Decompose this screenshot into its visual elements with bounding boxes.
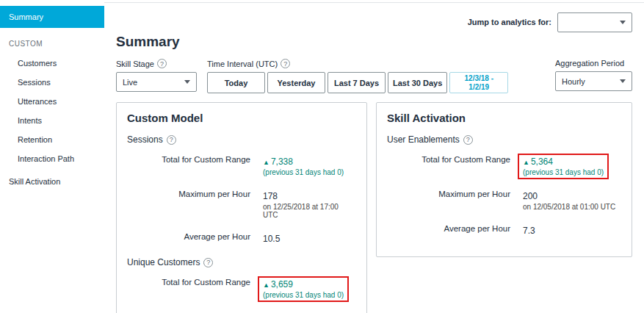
- aggregation-group: Aggregation Period Hourly: [555, 59, 632, 91]
- metric-value: 10.5: [263, 234, 280, 244]
- filters-bar: Skill Stage ? Live Time Interval (UTC) ?…: [116, 59, 632, 93]
- sidebar-item-skill-activation[interactable]: Skill Activation: [0, 168, 104, 191]
- time-interval-label: Time Interval (UTC) ?: [207, 59, 508, 68]
- metric-value: 7,338: [271, 156, 293, 167]
- chevron-down-icon: [620, 79, 626, 83]
- today-button[interactable]: Today: [207, 72, 265, 93]
- metric-value: 5,364: [531, 156, 553, 167]
- metric-label: Average per Hour: [387, 223, 510, 233]
- user-enablements-section-title: User Enablements ?: [387, 134, 621, 145]
- skill-stage-label: Skill Stage ?: [116, 59, 197, 68]
- sidebar-section-custom: CUSTOM: [0, 28, 104, 54]
- metric-row: Total for Custom Range ▲7,338 (previous …: [127, 154, 356, 179]
- help-icon[interactable]: ?: [281, 59, 290, 68]
- section-title-text: Sessions: [127, 134, 163, 145]
- metric-value: 7.3: [523, 226, 535, 236]
- sidebar-item-sessions[interactable]: Sessions: [0, 73, 104, 92]
- metric-row: Maximum per Hour 178 on 12/25/2018 at 17…: [127, 188, 356, 222]
- app-window: Summary CUSTOM Customers Sessions Uttera…: [0, 0, 644, 313]
- page-title: Summary: [116, 34, 632, 50]
- sidebar-item-retention[interactable]: Retention: [0, 130, 104, 149]
- metric-label: Total for Custom Range: [127, 154, 250, 164]
- metric-label: Total for Custom Range: [387, 154, 510, 164]
- metric-label: Average per Hour: [127, 231, 250, 241]
- trend-up-icon: ▲: [263, 159, 269, 166]
- jump-to-analytics-label: Jump to analytics for:: [468, 18, 551, 26]
- trend-up-icon: ▲: [263, 281, 269, 289]
- highlight-box: ▲5,364 (previous 31 days had 0): [518, 154, 609, 179]
- custom-model-card: Custom Model Sessions ? Total for Custom…: [116, 102, 367, 313]
- card-title: Custom Model: [127, 112, 356, 124]
- metric-value-group: ▲7,338 (previous 31 days had 0): [258, 154, 349, 179]
- metric-note: on 12/05/2018 at 01:00 UTC: [523, 203, 615, 211]
- help-icon[interactable]: ?: [203, 258, 213, 267]
- last-7-days-button[interactable]: Last 7 Days: [328, 72, 386, 93]
- main-content: Jump to analytics for: Summary Skill Sta…: [104, 2, 644, 313]
- metric-value: 178: [263, 191, 351, 201]
- skill-stage-group: Skill Stage ? Live: [116, 59, 197, 92]
- metric-row: Average per Hour 10.5: [127, 231, 356, 247]
- chevron-down-icon: [620, 21, 626, 24]
- metric-note: (previous 31 days had 0): [523, 168, 604, 176]
- skill-stage-value: Live: [123, 78, 137, 87]
- sidebar-item-intents[interactable]: Intents: [0, 111, 104, 130]
- metric-row: Total for Custom Range ▲3,659 (previous …: [127, 276, 356, 302]
- chevron-down-icon: [184, 80, 190, 84]
- metric-value-group: 178 on 12/25/2018 at 17:00 UTC: [258, 188, 356, 222]
- metric-value-group: 7.3: [518, 223, 540, 239]
- aggregation-label: Aggregation Period: [555, 59, 632, 68]
- analytics-sidebar: Summary CUSTOM Customers Sessions Uttera…: [0, 0, 104, 313]
- aggregation-value: Hourly: [562, 77, 585, 86]
- last-30-days-button[interactable]: Last 30 Days: [388, 72, 447, 93]
- skill-activation-card: Skill Activation User Enablements ? Tota…: [376, 102, 632, 257]
- sidebar-item-interaction-path[interactable]: Interaction Path: [0, 149, 104, 168]
- sidebar-item-customers[interactable]: Customers: [0, 54, 104, 73]
- section-title-text: User Enablements: [387, 134, 460, 145]
- time-interval-group: Time Interval (UTC) ? Today Yesterday La…: [207, 59, 508, 93]
- jump-to-analytics-dropdown[interactable]: [557, 12, 632, 32]
- metric-label: Maximum per Hour: [387, 188, 510, 198]
- section-title-text: Unique Customers: [127, 257, 200, 267]
- metric-label: Maximum per Hour: [127, 188, 250, 198]
- skill-stage-label-text: Skill Stage: [116, 60, 154, 68]
- aggregation-label-text: Aggregation Period: [555, 59, 624, 68]
- metric-value: 200: [523, 191, 615, 201]
- help-icon[interactable]: ?: [463, 135, 473, 145]
- help-icon[interactable]: ?: [157, 59, 167, 68]
- custom-date-range-button[interactable]: 12/3/18 - 1/2/19: [449, 72, 508, 93]
- highlight-box: ▲3,659 (previous 31 days had 0): [258, 276, 349, 302]
- time-interval-label-text: Time Interval (UTC): [207, 60, 278, 68]
- metric-value-group: 200 on 12/05/2018 at 01:00 UTC: [518, 188, 621, 214]
- card-title: Skill Activation: [387, 112, 621, 124]
- time-interval-buttons: Today Yesterday Last 7 Days Last 30 Days…: [207, 72, 508, 93]
- help-icon[interactable]: ?: [167, 135, 176, 145]
- unique-customers-section-title: Unique Customers ?: [127, 257, 356, 267]
- metric-note: (previous 31 days had 0): [263, 168, 344, 176]
- sidebar-item-summary[interactable]: Summary: [0, 6, 104, 28]
- metric-value-group: 10.5: [258, 231, 285, 247]
- summary-cards: Custom Model Sessions ? Total for Custom…: [116, 102, 632, 313]
- sidebar-item-utterances[interactable]: Utterances: [0, 92, 104, 111]
- metric-value: 3,659: [271, 279, 293, 289]
- sessions-section-title: Sessions ?: [127, 134, 356, 145]
- metric-row: Maximum per Hour 200 on 12/05/2018 at 01…: [387, 188, 621, 214]
- trend-up-icon: ▲: [523, 159, 529, 166]
- metric-note: on 12/25/2018 at 17:00 UTC: [263, 203, 351, 219]
- yesterday-button[interactable]: Yesterday: [267, 72, 325, 93]
- skill-stage-dropdown[interactable]: Live: [116, 72, 197, 92]
- metric-note: (previous 31 days had 0): [263, 291, 344, 299]
- aggregation-dropdown[interactable]: Hourly: [555, 71, 632, 91]
- topbar: Jump to analytics for:: [116, 3, 632, 32]
- metric-row: Total for Custom Range ▲5,364 (previous …: [387, 154, 621, 179]
- metric-label: Total for Custom Range: [127, 276, 250, 287]
- metric-row: Average per Hour 7.3: [387, 223, 621, 239]
